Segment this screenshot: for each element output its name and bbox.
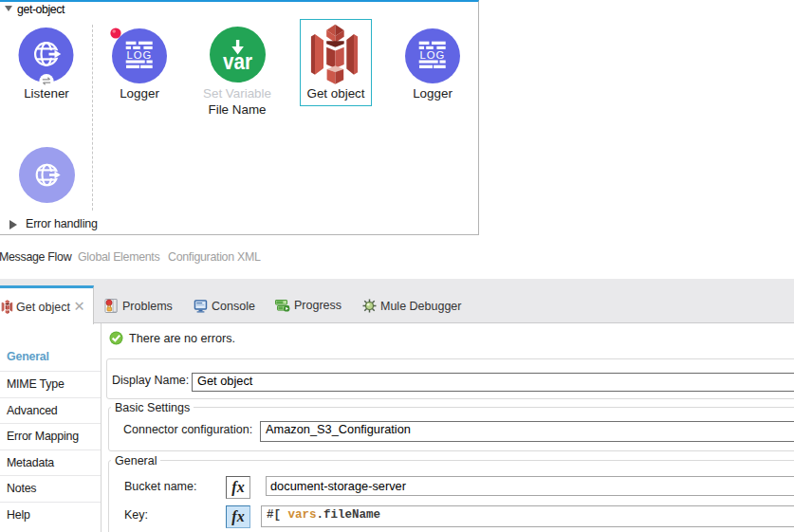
- svg-text:var: var: [223, 48, 252, 74]
- svg-text:LOG: LOG: [126, 49, 152, 61]
- svg-text:LOG: LOG: [419, 49, 445, 61]
